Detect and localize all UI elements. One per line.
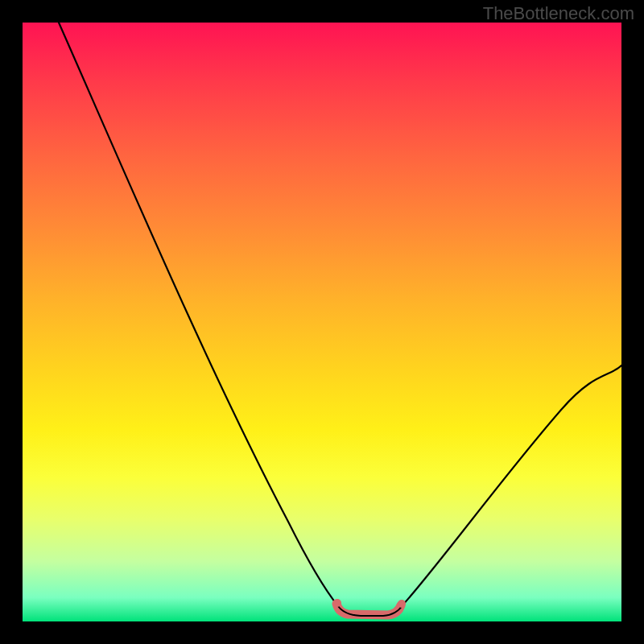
chart-plot-area — [23, 23, 621, 621]
curve-right — [402, 365, 621, 605]
watermark-text: TheBottleneck.com — [483, 3, 634, 24]
band-dot-right — [398, 600, 406, 608]
sweet-spot-band — [336, 604, 401, 615]
curve-flat — [338, 605, 402, 616]
curve-left — [59, 23, 338, 606]
band-dot-left — [333, 599, 341, 607]
bottleneck-curve — [23, 23, 621, 621]
